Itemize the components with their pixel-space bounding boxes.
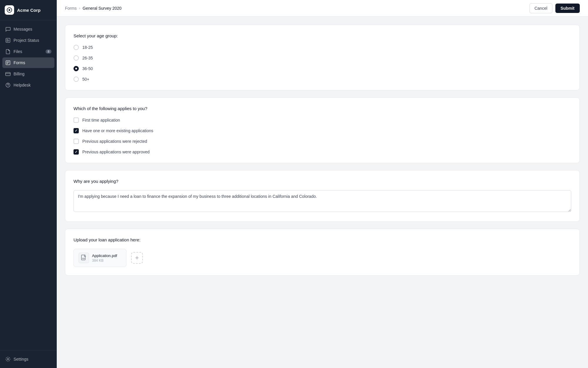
checkbox-approved[interactable]: Previous applications were approved [74, 149, 571, 155]
svg-text:PDF: PDF [82, 258, 85, 259]
radio-36-50-label: 36-50 [82, 66, 93, 71]
why-applying-title: Why are you applying? [74, 179, 571, 184]
age-group-card: Select your age group: 18-25 26-35 36-50… [65, 25, 580, 90]
applies-title: Which of the following applies to you? [74, 106, 571, 111]
radio-18-25-circle [74, 45, 79, 50]
checkbox-approved-box [74, 149, 79, 155]
content: Select your age group: 18-25 26-35 36-50… [57, 16, 588, 368]
main: Forms › General Survey 2020 Cancel Submi… [57, 0, 588, 368]
sidebar-item-settings-label: Settings [14, 357, 29, 362]
submit-button[interactable]: Submit [555, 4, 580, 13]
checkbox-first-time[interactable]: First time application [74, 117, 571, 123]
applies-card: Which of the following applies to you? F… [65, 97, 580, 163]
age-group-title: Select your age group: [74, 33, 571, 38]
checkbox-approved-label: Previous applications were approved [82, 150, 150, 154]
sidebar: Acme Corp Messages Project Status Files … [0, 0, 57, 368]
sidebar-item-project-status-label: Project Status [14, 38, 39, 43]
breadcrumb-current: General Survey 2020 [83, 6, 121, 11]
header-actions: Cancel Submit [529, 3, 580, 13]
sidebar-item-billing-label: Billing [14, 72, 24, 76]
cancel-button[interactable]: Cancel [529, 3, 552, 13]
checkbox-rejected-label: Previous applications were rejected [82, 139, 147, 144]
radio-50plus[interactable]: 50+ [74, 77, 571, 82]
checkbox-rejected[interactable]: Previous applications were rejected [74, 139, 571, 144]
applies-options: First time application Have one or more … [74, 117, 571, 155]
sidebar-item-files-label: Files [14, 49, 22, 54]
radio-18-25-label: 18-25 [82, 45, 93, 50]
upload-title: Upload your loan application here: [74, 237, 571, 242]
radio-26-35-label: 26-35 [82, 56, 93, 60]
checkbox-existing-label: Have one or more existing applications [82, 128, 153, 133]
file-size: 384 KB [92, 258, 117, 263]
sidebar-item-helpdesk[interactable]: Helpdesk [2, 80, 54, 90]
checkbox-existing-box [74, 128, 79, 133]
svg-point-1 [9, 9, 10, 11]
svg-rect-4 [6, 72, 10, 76]
file-pdf-icon: PDF [78, 253, 89, 263]
sidebar-item-messages-label: Messages [14, 27, 32, 32]
sidebar-footer: Settings [0, 350, 57, 368]
upload-card: Upload your loan application here: PDF A… [65, 229, 580, 276]
sidebar-header: Acme Corp [0, 0, 57, 20]
breadcrumb: Forms › General Survey 2020 [65, 6, 121, 11]
checkbox-existing[interactable]: Have one or more existing applications [74, 128, 571, 133]
checkbox-rejected-box [74, 139, 79, 144]
radio-36-50[interactable]: 36-50 [74, 66, 571, 71]
file-item: PDF Application.pdf 384 KB [74, 249, 126, 267]
age-group-options: 18-25 26-35 36-50 50+ [74, 45, 571, 82]
radio-26-35-circle [74, 55, 79, 61]
company-name: Acme Corp [17, 8, 41, 13]
radio-50plus-circle [74, 77, 79, 82]
add-file-button[interactable]: + [131, 252, 143, 264]
sidebar-item-messages[interactable]: Messages [2, 24, 54, 34]
radio-36-50-circle [74, 66, 79, 71]
files-badge: 8 [46, 49, 51, 54]
svg-point-6 [7, 359, 9, 360]
why-applying-card: Why are you applying? [65, 170, 580, 222]
checkbox-first-time-box [74, 117, 79, 123]
why-applying-textarea[interactable] [74, 190, 571, 212]
sidebar-item-settings[interactable]: Settings [2, 354, 54, 364]
file-info: Application.pdf 384 KB [92, 253, 117, 263]
file-name: Application.pdf [92, 253, 117, 258]
radio-26-35[interactable]: 26-35 [74, 55, 571, 61]
radio-18-25[interactable]: 18-25 [74, 45, 571, 50]
radio-50plus-label: 50+ [82, 77, 89, 82]
file-upload-area: PDF Application.pdf 384 KB + [74, 249, 571, 267]
sidebar-item-files[interactable]: Files 8 [2, 46, 54, 57]
sidebar-item-project-status[interactable]: Project Status [2, 35, 54, 46]
checkbox-first-time-label: First time application [82, 118, 120, 122]
sidebar-item-forms-label: Forms [14, 60, 25, 65]
breadcrumb-separator: › [79, 6, 80, 10]
breadcrumb-parent[interactable]: Forms [65, 6, 77, 11]
svg-point-5 [6, 83, 10, 87]
sidebar-nav: Messages Project Status Files 8 For [0, 20, 57, 350]
sidebar-item-billing[interactable]: Billing [2, 69, 54, 79]
header: Forms › General Survey 2020 Cancel Submi… [57, 0, 588, 16]
logo-icon [5, 5, 14, 15]
sidebar-item-helpdesk-label: Helpdesk [14, 83, 31, 87]
sidebar-item-forms[interactable]: Forms [2, 57, 54, 68]
